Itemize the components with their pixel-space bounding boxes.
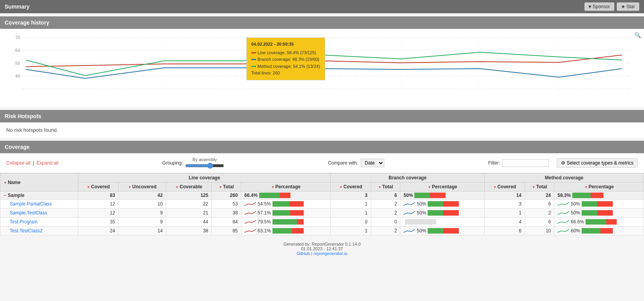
row-line-percentage: 63.1% — [241, 227, 331, 235]
th-branch-percentage[interactable]: ▼Percentage — [400, 182, 485, 191]
row-line-total: 85 — [212, 227, 241, 235]
coverage-history-header: Coverage history — [0, 16, 644, 29]
compare-with-label: Compare with: — [328, 160, 358, 166]
row-line-percentage: 57.1% — [241, 209, 331, 218]
row-name[interactable]: Sample.PartialClass — [0, 200, 78, 209]
footer-github-link[interactable]: GitHub | reportgenerator.io — [297, 251, 347, 256]
row-method-covered: 6 — [485, 227, 525, 235]
th-line-total[interactable]: ▼Total — [212, 182, 241, 191]
row-line-uncovered: 10 — [119, 200, 166, 209]
group-method-covered: 14 — [485, 191, 525, 200]
row-method-percentage: 66.6% — [554, 218, 644, 227]
row-line-covered: 24 — [78, 227, 119, 235]
slider-wrapper: By assembly — [185, 157, 224, 169]
row-method-total: 10 — [525, 227, 554, 235]
group-branch-percentage: 50% — [400, 191, 485, 200]
row-branch-total: 2 — [371, 200, 400, 209]
chart-container: 🔍 70 60 50 40 — [0, 29, 644, 107]
th-line-coverable[interactable]: ▼Coverable — [166, 182, 212, 191]
row-line-coverable: 38 — [166, 227, 212, 235]
coverage-header: Coverage — [0, 141, 644, 153]
group-line-uncovered: 42 — [119, 191, 166, 200]
filter-input[interactable] — [502, 159, 549, 167]
th-branch-covered[interactable]: ▼Covered — [331, 182, 371, 191]
row-method-covered: 3 — [485, 200, 525, 209]
th-method-coverage: Method coverage — [485, 174, 644, 182]
filter-label: Filter: — [488, 160, 500, 166]
th-name[interactable]: ▼Name — [0, 174, 78, 191]
group-branch-total: 6 — [371, 191, 400, 200]
svg-text:50: 50 — [15, 61, 20, 66]
group-line-total: 260 — [212, 191, 241, 200]
row-line-covered: 12 — [78, 200, 119, 209]
svg-text:70: 70 — [15, 35, 20, 40]
row-branch-covered: 1 — [331, 227, 371, 235]
group-line-coverable: 125 — [166, 191, 212, 200]
row-line-covered: 12 — [78, 209, 119, 218]
chart-svg: 70 60 50 40 — [6, 34, 638, 100]
table-row: Test.TestClass2 24 14 38 85 63.1% 1 2 50… — [0, 227, 644, 235]
row-branch-percentage: 50% — [400, 227, 485, 235]
collapse-all-link[interactable]: Collapse all — [6, 160, 30, 166]
row-method-total: 6 — [525, 218, 554, 227]
row-name[interactable]: Test.Program — [0, 218, 78, 227]
table-row: Sample.PartialClass 12 10 22 53 54.5% 1 … — [0, 200, 644, 209]
th-line-percentage[interactable]: ▼Percentage — [241, 182, 331, 191]
row-method-total: 2 — [525, 209, 554, 218]
row-name[interactable]: Test.TestClass2 — [0, 227, 78, 235]
row-method-covered: 4 — [485, 218, 525, 227]
th-line-uncovered[interactable]: ▼Uncovered — [119, 182, 166, 191]
coverage-section: Collapse all | Expand all Grouping: By a… — [0, 153, 644, 235]
select-coverage-button[interactable]: ⚙ Select coverage types & metrics — [557, 158, 638, 168]
table-row: Test.Program 35 9 44 84 79.5% 0 0 4 6 — [0, 218, 644, 227]
th-method-percentage[interactable]: ▼Percentage — [554, 182, 644, 191]
row-line-uncovered: 9 — [119, 209, 166, 218]
grouping-label: Grouping: — [162, 160, 183, 166]
sponsor-button[interactable]: ♥ Sponsor — [584, 2, 614, 11]
filter-control: Filter: — [488, 159, 549, 167]
row-branch-covered: 1 — [331, 209, 371, 218]
row-line-coverable: 44 — [166, 218, 212, 227]
th-branch-total[interactable]: ▼Total — [371, 182, 400, 191]
collapse-expand-controls: Collapse all | Expand all — [6, 160, 58, 166]
group-branch-covered: 3 — [331, 191, 371, 200]
row-branch-covered: 1 — [331, 200, 371, 209]
row-branch-percentage: 50% — [400, 209, 485, 218]
row-line-coverable: 21 — [166, 209, 212, 218]
row-line-coverable: 22 — [166, 200, 212, 209]
coverage-table: ▼Name Line coverage Branch coverage Meth… — [0, 173, 644, 235]
row-line-covered: 35 — [78, 218, 119, 227]
row-branch-total: 2 — [371, 209, 400, 218]
row-method-percentage: 60% — [554, 227, 644, 235]
grouping-slider[interactable] — [185, 163, 224, 169]
group-name: −Sample — [0, 191, 78, 200]
th-method-total[interactable]: ▼Total — [525, 182, 554, 191]
grouping-control: Grouping: By assembly — [162, 157, 224, 169]
compare-select[interactable]: Date Build Tag — [361, 159, 384, 167]
top-bar-buttons: ♥ Sponsor ★ Star — [584, 2, 640, 11]
svg-text:40: 40 — [15, 74, 20, 78]
separator: | — [33, 160, 34, 166]
coverage-controls: Collapse all | Expand all Grouping: By a… — [0, 153, 644, 173]
row-method-percentage: 50% — [554, 200, 644, 209]
row-line-percentage: 79.5% — [241, 218, 331, 227]
table-row: Sample.TestClass 12 9 21 38 57.1% 1 2 50… — [0, 209, 644, 218]
risk-hotspots-header: Risk Hotspots — [0, 110, 644, 122]
row-line-total: 38 — [212, 209, 241, 218]
row-line-uncovered: 9 — [119, 218, 166, 227]
th-line-covered[interactable]: ▼Covered — [78, 182, 119, 191]
expand-all-link[interactable]: Expand all — [37, 160, 58, 166]
row-branch-covered: 0 — [331, 218, 371, 227]
grouping-above-label: By assembly — [193, 157, 217, 162]
star-button[interactable]: ★ Star — [617, 2, 639, 11]
row-branch-total: 2 — [371, 227, 400, 235]
page-title: Summary — [5, 4, 30, 10]
top-bar: Summary ♥ Sponsor ★ Star — [0, 0, 644, 13]
row-line-percentage: 54.5% — [241, 200, 331, 209]
th-method-covered[interactable]: ▼Covered — [485, 182, 525, 191]
row-name[interactable]: Sample.TestClass — [0, 209, 78, 218]
footer-date: 01.01.2023 - 12:41:37 — [6, 246, 638, 251]
row-branch-percentage: 50% — [400, 200, 485, 209]
group-method-total: 24 — [525, 191, 554, 200]
group-method-percentage: 58.3% — [554, 191, 644, 200]
